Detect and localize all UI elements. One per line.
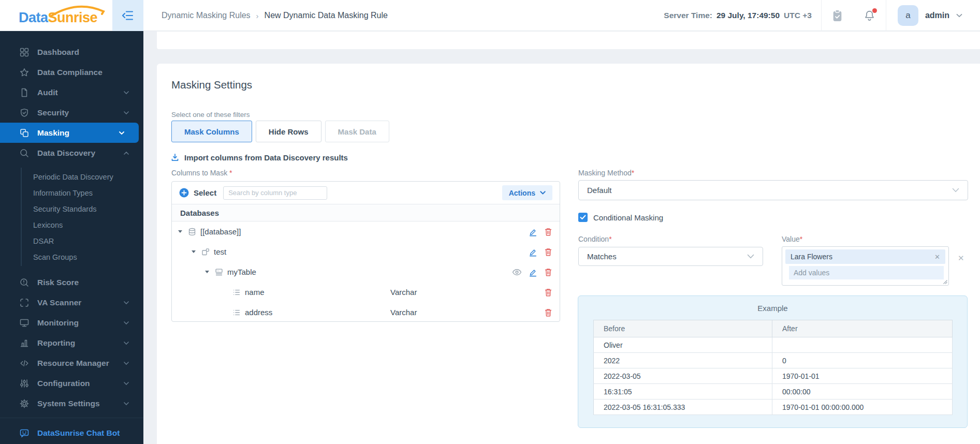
sidebar-item-va-scanner[interactable]: VA Scanner [0,292,143,313]
column-type: Varchar [390,308,417,317]
chevron-up-icon [124,152,129,155]
data-discovery-submenu: Periodic Data Discovery Information Type… [21,168,143,266]
actions-button[interactable]: Actions [502,185,552,200]
list-icon [232,288,241,297]
trash-icon[interactable] [544,308,552,317]
sidebar-item-chatbot[interactable]: DataSunrise Chat Bot [0,419,143,444]
masking-settings-card: Masking Settings Select one of these fil… [157,64,980,444]
plus-circle-icon[interactable] [179,188,189,198]
trash-icon[interactable] [544,268,552,277]
sidebar-subitem-scan-groups[interactable]: Scan Groups [22,249,143,265]
sidebar-item-label: Reporting [37,338,75,348]
table-row: 16:31:05 00:00:00 [594,384,953,399]
chevron-down-icon [119,131,124,135]
sidebar-item-resource-manager[interactable]: Resource Manager [0,353,143,373]
masking-method-select[interactable]: Default [578,180,968,200]
import-columns-label: Import columns from Data Discovery resul… [184,153,348,162]
sidebar-item-monitoring[interactable]: Monitoring [0,313,143,333]
sidebar-subitem-dsar[interactable]: DSAR [22,233,143,249]
example-cell: 00:00:00 [772,384,953,399]
example-cell: 2022 [594,353,772,368]
edit-icon[interactable] [529,227,537,236]
sidebar-collapse-button[interactable] [112,0,143,31]
tree-row-database[interactable]: [[database]] [172,221,560,242]
risk-score-icon [19,277,30,288]
sidebar-subitem-information-types[interactable]: Information Types [22,185,143,201]
gear-icon [19,398,30,409]
avatar: a [898,5,918,26]
example-cell: 0 [772,353,953,368]
sidebar-item-label: Monitoring [37,318,79,328]
sidebar-item-dashboard[interactable]: Dashboard [0,42,143,62]
sidebar-item-label: Configuration [37,379,90,388]
sidebar-item-system-settings[interactable]: System Settings [0,393,143,413]
remove-tag-icon[interactable]: ✕ [934,253,940,261]
hide-rows-button[interactable]: Hide Rows [256,121,321,142]
tree-row-schema[interactable]: test [172,242,560,262]
grid-icon [19,47,30,57]
page-title: Masking Settings [171,79,252,91]
trash-icon[interactable] [544,227,552,236]
sidebar-item-reporting[interactable]: Reporting [0,333,143,353]
breadcrumb-parent[interactable]: Dynamic Masking Rules [162,11,251,20]
chevron-down-icon [952,188,959,193]
table-row: 2022-03-05 1970-01-01 [594,368,953,384]
tree-row-column-address[interactable]: address Varchar [172,302,560,322]
mask-columns-button[interactable]: Mask Columns [171,121,252,142]
checkbox-checked-icon[interactable] [578,213,588,222]
sidebar-subitem-lexicons[interactable]: Lexicons [22,217,143,233]
sidebar-item-risk-score[interactable]: Risk Score [0,272,143,292]
select-button[interactable]: Select [194,188,216,197]
example-cell [772,337,953,353]
example-cell: Oliver [594,337,772,353]
tree-row-column-name[interactable]: name Varchar [172,282,560,302]
import-columns-link[interactable]: Import columns from Data Discovery resul… [170,153,348,162]
clear-values-icon[interactable]: ✕ [958,254,964,263]
sidebar-item-label: Data Compliance [37,68,103,77]
edit-icon[interactable] [529,247,537,257]
tree-node-label: address [245,308,272,317]
sidebar-item-masking[interactable]: Masking [0,123,139,143]
caret-down-icon[interactable] [178,230,182,233]
sidebar-item-security[interactable]: Security [0,102,143,123]
search-icon [19,148,30,158]
column-search-input[interactable] [223,186,327,200]
sidebar-item-label: Security [37,108,69,117]
eye-icon[interactable] [512,269,522,276]
value-tags-field[interactable]: Lara Flowers ✕ [782,246,949,286]
example-title: Example [578,304,967,313]
datasunrise-logo: DataSunrise [19,10,97,25]
sidebar-item-configuration[interactable]: Configuration [0,373,143,393]
star-icon [19,67,30,78]
resize-handle[interactable] [943,280,947,284]
condition-label: Condition* [578,235,612,243]
sidebar-item-audit[interactable]: Audit [0,82,143,102]
tasks-button[interactable] [822,0,854,31]
mask-data-button[interactable]: Mask Data [325,121,389,142]
topbar: DataSunrise Dynamic Masking Rules › New … [0,0,980,31]
tree-row-table[interactable]: myTable [172,262,560,282]
user-menu[interactable]: a admin [886,0,980,31]
edit-icon[interactable] [529,268,537,277]
sidebar-item-data-compliance[interactable]: Data Compliance [0,62,143,82]
trash-icon[interactable] [544,288,552,297]
breadcrumb-separator-icon: › [256,11,259,20]
caret-down-icon[interactable] [192,250,196,253]
notifications-button[interactable] [854,0,886,31]
value-tag: Lara Flowers ✕ [785,249,945,264]
trash-icon[interactable] [544,247,552,257]
add-values-input[interactable] [789,266,944,279]
sidebar-subitem-security-standards[interactable]: Security Standards [22,201,143,217]
sidebar-item-data-discovery[interactable]: Data Discovery [0,143,143,163]
filter-buttons: Mask Columns Hide Rows Mask Data [171,121,389,142]
mask-icon [19,128,30,138]
panel-toolbar: Select Actions [172,182,560,204]
example-cell: 16:31:05 [594,384,772,399]
condition-select[interactable]: Matches [578,247,763,266]
sidebar-subitem-periodic-data-discovery[interactable]: Periodic Data Discovery [22,169,143,185]
conditional-masking-toggle[interactable]: Conditional Masking [578,213,663,222]
chatbot-label: DataSunrise Chat Bot [37,428,120,438]
example-col-after: After [772,320,953,337]
table-row: 2022 0 [594,353,953,368]
caret-down-icon[interactable] [205,271,209,273]
